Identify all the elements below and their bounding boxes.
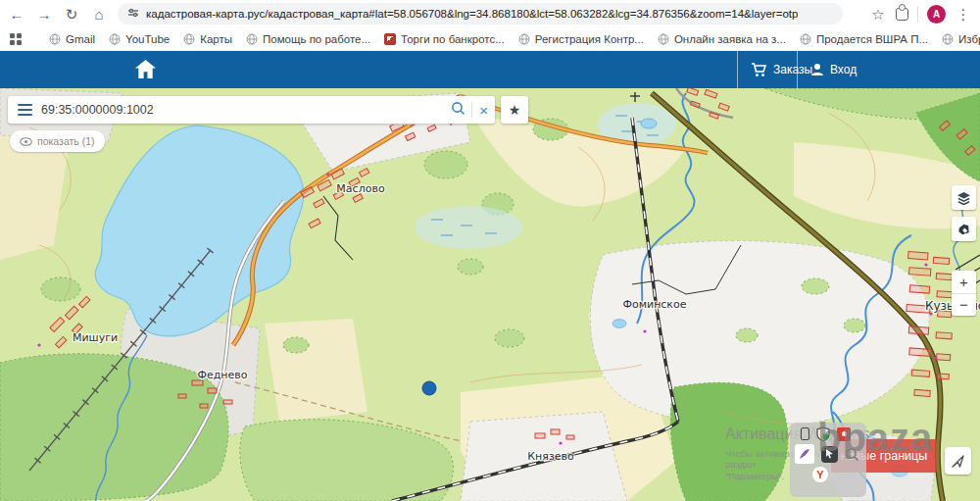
area-shape-icon bbox=[956, 223, 971, 236]
menu-hamburger-icon[interactable] bbox=[8, 104, 41, 117]
show-results-button[interactable]: показать (1) bbox=[10, 130, 105, 152]
cadastral-search-input[interactable] bbox=[41, 103, 445, 117]
feather-pen-icon[interactable] bbox=[795, 444, 814, 464]
bookmark-label: Торги по банкротс... bbox=[401, 33, 505, 45]
site-watermark: bpaza bbox=[817, 416, 933, 460]
area-select-button[interactable] bbox=[952, 217, 976, 241]
label-knyazevo: Князево bbox=[527, 450, 574, 463]
toolbar-divider bbox=[917, 6, 918, 22]
browser-menu-icon[interactable]: ⋮ bbox=[955, 7, 972, 22]
home-icon[interactable]: ⌂ bbox=[90, 7, 108, 22]
bookmark-label: Продается ВШРА П... bbox=[816, 33, 928, 45]
yandex-browser-icon[interactable]: Y bbox=[812, 467, 828, 482]
layers-button[interactable] bbox=[952, 185, 976, 210]
zoom-controls: + − bbox=[952, 271, 976, 316]
bookmark-favorites[interactable]: Избранные торги... bbox=[942, 33, 980, 45]
browser-toolbar: ← → ↻ ⌂ кадастровая-карта.рус/кадастрова… bbox=[0, 0, 980, 27]
torgi-favicon bbox=[384, 33, 396, 45]
profile-avatar[interactable]: A bbox=[927, 5, 946, 24]
favorites-button[interactable]: ★ bbox=[501, 96, 528, 124]
bookmarks-bar: Gmail YouTube Карты Помощь по работе... … bbox=[0, 27, 980, 51]
layers-icon bbox=[956, 191, 971, 205]
parcel-marker[interactable] bbox=[422, 381, 436, 395]
my-location-button[interactable] bbox=[945, 447, 971, 475]
search-icon[interactable] bbox=[445, 101, 471, 120]
extensions-icon[interactable] bbox=[896, 8, 908, 21]
forward-icon[interactable]: → bbox=[35, 7, 53, 22]
address-bar[interactable]: кадастровая-карта.рус/кадастровая_карта#… bbox=[118, 3, 843, 25]
bookmark-label: YouTube bbox=[125, 33, 170, 45]
bookmark-label: Gmail bbox=[66, 33, 95, 45]
login-label: Вход bbox=[830, 63, 857, 76]
bookmark-maps[interactable]: Карты bbox=[183, 33, 232, 45]
label-fednevo: Феднево bbox=[197, 369, 247, 381]
bookmark-label: Регистрация Контр... bbox=[535, 33, 644, 45]
tune-icon[interactable] bbox=[127, 5, 139, 23]
eye-icon bbox=[20, 137, 32, 146]
cart-icon bbox=[751, 63, 767, 77]
clear-search-icon[interactable]: × bbox=[472, 102, 495, 119]
show-results-label: показать (1) bbox=[37, 135, 95, 147]
reload-icon[interactable]: ↻ bbox=[63, 7, 80, 22]
apps-grid-icon[interactable] bbox=[10, 33, 22, 45]
location-arrow-icon bbox=[951, 454, 965, 469]
header-divider bbox=[797, 51, 798, 88]
label-mishugi: Мишуги bbox=[73, 331, 118, 344]
zoom-out-button[interactable]: − bbox=[952, 294, 976, 317]
bookmark-star-icon[interactable]: ☆ bbox=[869, 7, 887, 22]
site-home-icon[interactable] bbox=[134, 59, 157, 83]
url-text[interactable]: кадастровая-карта.рус/кадастровая_карта#… bbox=[146, 8, 798, 20]
bookmark-registration[interactable]: Регистрация Контр... bbox=[518, 33, 644, 45]
header-divider bbox=[737, 51, 738, 88]
back-icon[interactable]: ← bbox=[8, 7, 25, 22]
bookmark-label: Карты bbox=[200, 33, 232, 45]
bookmark-online-form[interactable]: Онлайн заявка на з... bbox=[658, 33, 786, 45]
bookmark-gmail[interactable]: Gmail bbox=[49, 33, 95, 45]
label-fominskoye: Фоминское bbox=[622, 298, 686, 311]
label-maslovo: Маслово bbox=[336, 182, 385, 195]
bookmark-youtube[interactable]: YouTube bbox=[109, 33, 170, 45]
bookmark-help[interactable]: Помощь по работе... bbox=[246, 33, 370, 45]
zoom-in-button[interactable]: + bbox=[952, 271, 976, 294]
phone-icon[interactable] bbox=[801, 427, 809, 440]
bookmark-torgi[interactable]: Торги по банкротс... bbox=[384, 33, 505, 45]
bookmark-prodaetsya[interactable]: Продается ВШРА П... bbox=[800, 33, 928, 45]
bookmark-label: Онлайн заявка на з... bbox=[674, 33, 786, 45]
login-button[interactable]: Вход bbox=[803, 51, 864, 88]
bookmark-label: Избранные торги... bbox=[958, 33, 980, 45]
user-icon bbox=[810, 63, 824, 76]
bookmark-label: Помощь по работе... bbox=[263, 33, 370, 45]
map-search-bar: × bbox=[8, 96, 495, 124]
